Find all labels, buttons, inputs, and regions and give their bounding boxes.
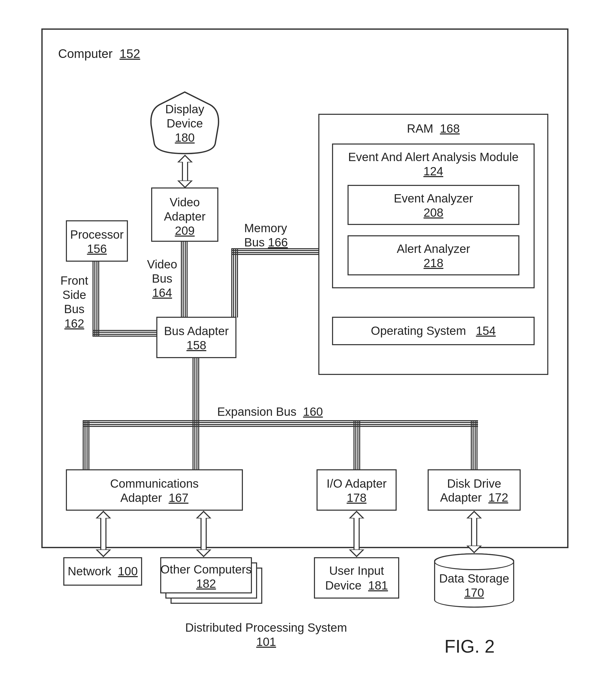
user-input-num-block: Device 181 — [314, 578, 399, 593]
video-bus-v — [181, 242, 187, 317]
user-input-num: 181 — [368, 579, 388, 592]
video-adapter-label-block: Video Adapter 209 — [154, 195, 216, 238]
data-storage-num: 170 — [434, 586, 514, 600]
expansion-bus-drop1 — [83, 420, 90, 469]
video-adapter-label: Video Adapter — [154, 195, 216, 224]
disk-adapter-label-block: Disk Drive — [427, 477, 521, 491]
memory-bus-label-text: Memory — [244, 221, 309, 235]
disk-adapter-num: 172 — [488, 491, 508, 504]
bus-adapter-label-block: Bus Adapter 158 — [156, 324, 236, 352]
processor-label-block: Processor 156 — [66, 228, 128, 256]
video-adapter-num: 209 — [154, 224, 216, 238]
display-device-num: 180 — [154, 131, 216, 145]
io-adapter-num: 178 — [316, 491, 397, 505]
os-label-block: Operating System 154 — [332, 324, 535, 338]
system-num: 101 — [176, 635, 356, 649]
network-label: Network — [68, 564, 111, 578]
computer-num: 152 — [119, 47, 140, 61]
event-analyzer-label-block: Event Analyzer 208 — [347, 191, 519, 220]
comm-adapter-num: 167 — [168, 491, 189, 505]
expansion-bus-label-text: Expansion Bus — [217, 405, 296, 418]
alert-analyzer-label: Alert Analyzer — [347, 242, 519, 256]
fsb-label: Front Side Bus — [58, 273, 91, 317]
front-side-bus-v — [93, 262, 99, 337]
data-storage-label: Data Storage — [434, 572, 514, 586]
memory-bus-num: 166 — [268, 235, 288, 249]
processor-num: 156 — [66, 242, 128, 256]
comm-adapter-word: Adapter — [121, 491, 169, 505]
computer-label: Computer — [58, 47, 113, 61]
system-caption: Distributed Processing System 101 — [176, 620, 356, 649]
computer-title: Computer 152 — [58, 46, 140, 61]
alert-analyzer-label-block: Alert Analyzer 218 — [347, 242, 519, 270]
network-num: 100 — [118, 564, 138, 578]
memory-bus-label: Memory Bus 166 — [244, 221, 309, 250]
eam-num: 124 — [332, 164, 535, 179]
arrow-io-userinput — [349, 511, 364, 557]
expansion-bus-drop2 — [193, 420, 199, 469]
arrow-comm-others — [196, 511, 211, 557]
os-num: 154 — [476, 324, 496, 337]
display-device-label-block: Display Device 180 — [154, 102, 216, 145]
arrow-display-video — [177, 155, 193, 188]
comm-adapter-label-block: Communications Adapter 167 — [66, 477, 243, 505]
alert-analyzer-num: 218 — [347, 256, 519, 270]
network-label-block: Network 100 — [63, 564, 142, 578]
event-analyzer-num: 208 — [347, 205, 519, 220]
disk-adapter-word: Adapter — [440, 491, 488, 504]
system-label: Distributed Processing System — [176, 620, 356, 635]
expansion-bus-label: Expansion Bus 160 — [211, 405, 330, 419]
ram-label: RAM — [407, 122, 433, 135]
video-bus-label-text: Video Bus — [145, 257, 179, 286]
user-input-word: Device — [325, 579, 368, 592]
expansion-bus-drop4 — [471, 420, 478, 469]
eam-title: Event And Alert Analysis Module 124 — [332, 150, 535, 179]
processor-label: Processor — [66, 228, 128, 242]
other-computers-label: Other Computers — [160, 562, 252, 577]
arrow-disk-storage — [467, 511, 482, 553]
video-bus-label: Video Bus 164 — [145, 257, 179, 300]
expansion-bus-v-main — [193, 358, 199, 420]
disk-adapter-label: Disk Drive — [427, 477, 521, 491]
expansion-bus-drop3 — [353, 420, 360, 469]
eam-label: Event And Alert Analysis Module — [332, 150, 535, 164]
other-computers-label-block: Other Computers 182 — [160, 562, 252, 591]
memory-bus-v1 — [231, 248, 238, 318]
video-bus-num: 164 — [145, 286, 179, 300]
event-analyzer-label: Event Analyzer — [347, 191, 519, 205]
display-device-label: Display Device — [154, 102, 216, 131]
bus-adapter-num: 158 — [156, 338, 236, 352]
expansion-bus-num: 160 — [303, 405, 323, 418]
os-label: Operating System — [371, 324, 466, 337]
front-side-bus-label: Front Side Bus 162 — [58, 273, 91, 331]
figure-label: FIG. 2 — [444, 636, 494, 657]
io-adapter-label-block: I/O Adapter 178 — [316, 477, 397, 505]
data-storage-label-block: Data Storage 170 — [434, 572, 514, 600]
fsb-num: 162 — [58, 317, 91, 331]
io-adapter-label: I/O Adapter — [316, 477, 397, 491]
ram-title: RAM 168 — [318, 122, 548, 136]
bus-adapter-label: Bus Adapter — [156, 324, 236, 338]
ram-num: 168 — [440, 122, 460, 135]
other-computers-num: 182 — [160, 577, 252, 591]
disk-adapter-num-block: Adapter 172 — [427, 490, 521, 505]
expansion-bus-h — [83, 420, 478, 427]
memory-bus-word: Bus — [244, 235, 268, 249]
front-side-bus-h — [93, 330, 157, 337]
user-input-label-block: User Input — [314, 564, 399, 578]
arrow-comm-network — [96, 511, 111, 557]
user-input-label: User Input — [314, 564, 399, 578]
comm-adapter-label: Communications — [66, 477, 243, 491]
diagram-canvas: Computer 152 Display Device 180 Video Ad… — [0, 0, 616, 679]
